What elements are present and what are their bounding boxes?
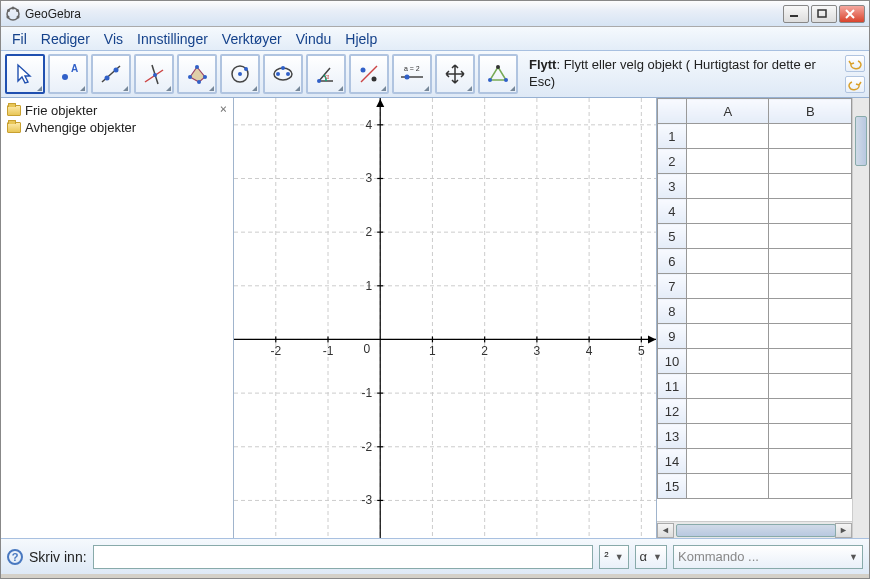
hscroll-thumb[interactable] (676, 524, 836, 537)
svg-point-29 (281, 66, 285, 70)
cell[interactable] (769, 249, 852, 274)
menu-view[interactable]: Vis (97, 29, 130, 49)
tool-polygon[interactable] (177, 54, 217, 94)
cell[interactable] (686, 199, 769, 224)
cell[interactable] (769, 374, 852, 399)
row-header[interactable]: 7 (658, 274, 687, 299)
cell[interactable] (686, 274, 769, 299)
scroll-right-arrow[interactable]: ► (835, 523, 852, 538)
maximize-button[interactable] (811, 5, 837, 23)
command-selector[interactable]: Kommando ...▼ (673, 545, 863, 569)
graphics-view[interactable]: -2-1012345-3-2-11234 (234, 98, 657, 538)
cell[interactable] (686, 424, 769, 449)
cell[interactable] (686, 449, 769, 474)
spreadsheet-hscrollbar[interactable]: ◄ ► (657, 521, 852, 538)
tool-circle[interactable] (220, 54, 260, 94)
cell[interactable] (769, 199, 852, 224)
cell[interactable] (769, 274, 852, 299)
row-header[interactable]: 15 (658, 474, 687, 499)
cell[interactable] (769, 174, 852, 199)
tool-line[interactable] (91, 54, 131, 94)
svg-text:0: 0 (364, 342, 371, 356)
cell[interactable] (686, 399, 769, 424)
angle-icon: α (314, 62, 338, 86)
svg-point-13 (105, 76, 110, 81)
line-icon (99, 62, 123, 86)
tool-perpendicular[interactable] (134, 54, 174, 94)
row-header[interactable]: 13 (658, 424, 687, 449)
spreadsheet-vscrollbar[interactable] (852, 98, 869, 538)
help-icon[interactable]: ? (7, 549, 23, 565)
tool-angle[interactable]: α (306, 54, 346, 94)
col-header[interactable]: A (686, 99, 769, 124)
row-header[interactable]: 5 (658, 224, 687, 249)
alpha-selector[interactable]: α▼ (635, 545, 667, 569)
tool-point[interactable]: A (48, 54, 88, 94)
menu-window[interactable]: Vindu (289, 29, 339, 49)
cell[interactable] (769, 449, 852, 474)
exponent-selector[interactable]: ²▼ (599, 545, 628, 569)
row-header[interactable]: 8 (658, 299, 687, 324)
ellipse-icon (271, 62, 295, 86)
svg-text:4: 4 (586, 344, 593, 358)
menu-file[interactable]: Fil (5, 29, 34, 49)
tool-reflect[interactable] (349, 54, 389, 94)
menu-tools[interactable]: Verktøyer (215, 29, 289, 49)
svg-text:4: 4 (366, 118, 373, 132)
tool-slider[interactable]: a = 2 (392, 54, 432, 94)
svg-text:2: 2 (366, 225, 373, 239)
row-header[interactable]: 6 (658, 249, 687, 274)
algebra-close-button[interactable]: × (220, 102, 227, 116)
redo-button[interactable] (845, 76, 865, 93)
menu-help[interactable]: Hjelp (338, 29, 384, 49)
cell[interactable] (686, 224, 769, 249)
cell[interactable] (769, 474, 852, 499)
cell[interactable] (686, 124, 769, 149)
folder-icon (7, 105, 21, 116)
cell[interactable] (769, 424, 852, 449)
cell[interactable] (686, 174, 769, 199)
row-header[interactable]: 1 (658, 124, 687, 149)
cell[interactable] (686, 249, 769, 274)
close-button[interactable] (839, 5, 865, 23)
cell[interactable] (686, 299, 769, 324)
cell[interactable] (769, 124, 852, 149)
tool-ellipse[interactable] (263, 54, 303, 94)
menu-edit[interactable]: Rediger (34, 29, 97, 49)
circle-icon (228, 62, 252, 86)
cell[interactable] (686, 324, 769, 349)
tool-pan[interactable] (435, 54, 475, 94)
scroll-left-arrow[interactable]: ◄ (657, 523, 674, 538)
minimize-button[interactable] (783, 5, 809, 23)
input-field[interactable] (93, 545, 594, 569)
svg-text:-3: -3 (362, 493, 373, 507)
spreadsheet-table[interactable]: AB123456789101112131415 (657, 98, 852, 499)
cell[interactable] (686, 149, 769, 174)
tree-free-objects[interactable]: Frie objekter (5, 102, 229, 119)
row-header[interactable]: 12 (658, 399, 687, 424)
menu-settings[interactable]: Innstillinger (130, 29, 215, 49)
row-header[interactable]: 9 (658, 324, 687, 349)
row-header[interactable]: 4 (658, 199, 687, 224)
row-header[interactable]: 3 (658, 174, 687, 199)
row-header[interactable]: 11 (658, 374, 687, 399)
cell[interactable] (769, 149, 852, 174)
cell[interactable] (769, 224, 852, 249)
undo-button[interactable] (845, 55, 865, 72)
svg-point-17 (153, 73, 157, 77)
cell[interactable] (686, 349, 769, 374)
col-header[interactable]: B (769, 99, 852, 124)
row-header[interactable]: 10 (658, 349, 687, 374)
cell[interactable] (769, 349, 852, 374)
row-header[interactable]: 2 (658, 149, 687, 174)
row-header[interactable]: 14 (658, 449, 687, 474)
cell[interactable] (769, 324, 852, 349)
cell[interactable] (686, 474, 769, 499)
tool-custom[interactable] (478, 54, 518, 94)
vscroll-thumb[interactable] (855, 116, 867, 166)
cell[interactable] (769, 399, 852, 424)
tool-move[interactable] (5, 54, 45, 94)
tree-dependent-objects[interactable]: Avhengige objekter (5, 119, 229, 136)
cell[interactable] (686, 374, 769, 399)
cell[interactable] (769, 299, 852, 324)
